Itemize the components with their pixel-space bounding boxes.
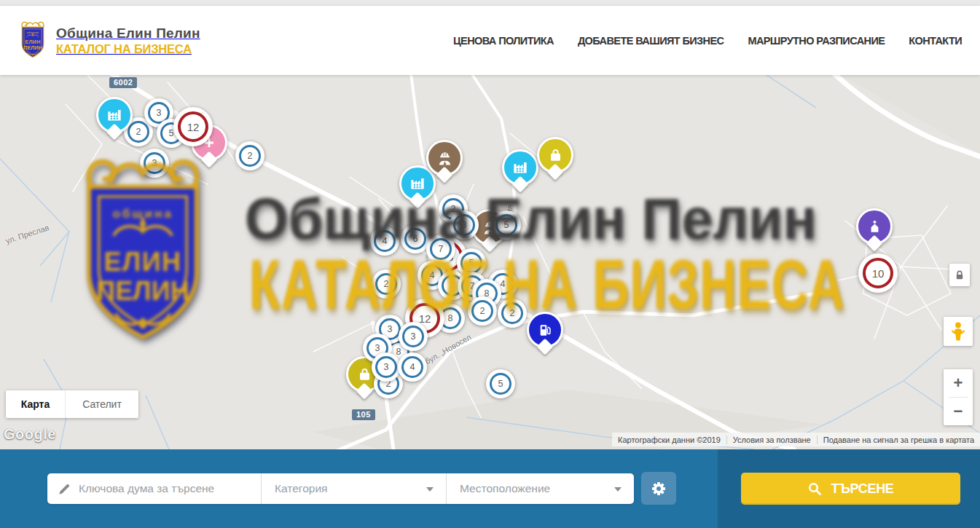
main-nav: ЦЕНОВА ПОЛИТИКА ДОБАВЕТЕ ВАШИЯТ БИЗНЕС М… [453, 35, 980, 47]
search-field-group: Категория Местоположение [47, 473, 634, 504]
road-number-badge: 105 [352, 409, 375, 420]
pegman-icon [949, 321, 968, 342]
keyword-input[interactable] [79, 482, 246, 495]
bag-pin-marker[interactable] [537, 137, 573, 173]
lock-button[interactable] [949, 264, 970, 286]
google-logo[interactable]: Google [4, 426, 56, 443]
watermark-crest [60, 154, 226, 360]
lock-icon [954, 269, 965, 281]
road-number-badge: 6002 [109, 77, 137, 88]
zoom-out-button[interactable]: − [944, 398, 973, 425]
search-bar: Категория Местоположение [0, 449, 980, 528]
factory-pin-marker[interactable] [96, 97, 133, 133]
site-logo[interactable]: Община Елин Пелин КАТАЛОГ НА БИЗНЕСА [0, 19, 200, 62]
search-button[interactable]: ТЪРСЕНЕ [741, 473, 960, 505]
cluster-marker[interactable]: 12 [173, 107, 213, 146]
satellite-view-button[interactable]: Сателит [66, 390, 138, 418]
category-select[interactable]: Категория [261, 473, 446, 504]
advanced-search-button[interactable] [641, 472, 676, 505]
page: Община Елин Пелин КАТАЛОГ НА БИЗНЕСА ЦЕН… [0, 0, 980, 528]
worker-pin-marker[interactable] [426, 140, 463, 176]
cluster-marker[interactable]: 2 [235, 141, 264, 170]
top-strip [0, 0, 980, 6]
cluster-marker[interactable]: 4 [398, 352, 427, 382]
watermark-title: Община Елин Пелин [245, 186, 817, 253]
cluster-marker[interactable]: 3 [372, 352, 401, 382]
map-type-control: Карта Сателит [6, 390, 138, 418]
site-header: Община Елин Пелин КАТАЛОГ НА БИЗНЕСА ЦЕН… [0, 6, 980, 75]
search-icon [807, 481, 822, 496]
nav-pricing[interactable]: ЦЕНОВА ПОЛИТИКА [453, 35, 554, 47]
chevron-down-icon [614, 487, 622, 492]
pencil-icon [58, 482, 71, 496]
factory-pin-marker[interactable] [502, 149, 538, 186]
zoom-control: + − [944, 369, 973, 425]
fuel-pin-marker[interactable] [527, 312, 563, 348]
search-button-label: ТЪРСЕНЕ [831, 481, 893, 497]
cluster-marker[interactable]: 5 [486, 369, 515, 398]
category-select-value: Категория [275, 482, 327, 495]
gear-icon [650, 480, 667, 497]
attribution-copyright: Картографски данни ©2019 [612, 436, 726, 444]
nav-add-business[interactable]: ДОБАВЕТЕ ВАШИЯТ БИЗНЕС [578, 35, 724, 47]
nav-route-schedule[interactable]: МАРШРУТНО РАЗПИСАНИЕ [748, 35, 885, 47]
municipality-crest-icon [16, 20, 50, 62]
keyword-field[interactable] [47, 473, 261, 504]
attribution-report-error-link[interactable]: Подаване на сигнал за грешка в картата [817, 436, 980, 444]
street-view-pegman-button[interactable] [944, 317, 973, 346]
nav-contacts[interactable]: КОНТАКТИ [909, 35, 962, 47]
attribution-terms-link[interactable]: Условия за ползване [726, 436, 817, 444]
chevron-down-icon [426, 487, 434, 492]
site-subtitle: КАТАЛОГ НА БИЗНЕСА [56, 42, 200, 56]
map-view-button[interactable]: Карта [6, 390, 66, 418]
location-select-value: Местоположение [460, 482, 550, 495]
cluster-marker[interactable]: 10 [858, 253, 898, 293]
map-canvas[interactable]: Община Елин Пелин КАТАЛОГ НА БИЗНЕСА Кар… [0, 75, 980, 449]
map-attribution: Картографски данни ©2019 Условия за полз… [612, 433, 980, 446]
site-title: Община Елин Пелин [56, 25, 200, 42]
zoom-in-button[interactable]: + [944, 369, 973, 397]
church-pin-marker[interactable] [856, 208, 893, 245]
location-select[interactable]: Местоположение [446, 473, 634, 504]
cluster-marker[interactable]: 3 [399, 322, 428, 351]
